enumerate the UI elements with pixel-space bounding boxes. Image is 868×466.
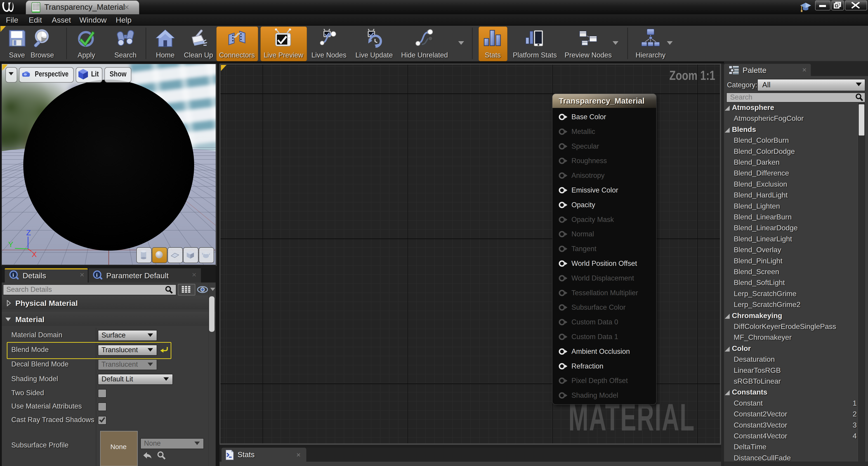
- svg-text:X: X: [32, 250, 37, 259]
- svg-text:i: i: [12, 272, 14, 278]
- svg-text:i: i: [96, 272, 98, 278]
- svg-text:Y: Y: [8, 240, 13, 249]
- svg-text:Z: Z: [26, 228, 31, 237]
